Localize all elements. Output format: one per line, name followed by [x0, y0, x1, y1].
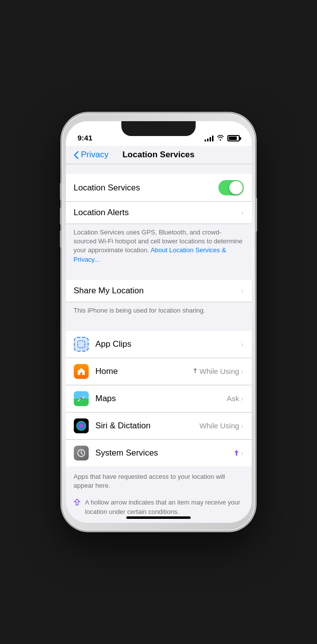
app-clips-row[interactable]: App Clips › [66, 331, 252, 358]
svg-point-3 [80, 398, 82, 400]
battery-icon [227, 135, 240, 141]
system-chevron: › [241, 449, 244, 457]
home-status-text: While Using [200, 367, 239, 375]
siri-label: Siri & Dictation [96, 421, 200, 431]
maps-label: Maps [96, 394, 227, 404]
maps-app-icon [74, 391, 89, 406]
share-location-row[interactable]: Share My Location › [66, 280, 252, 302]
siri-row[interactable]: Siri & Dictation While Using › [66, 413, 252, 440]
chevron-icon: › [241, 209, 244, 217]
maps-chevron: › [241, 395, 244, 403]
chevron-icon-share: › [241, 287, 244, 295]
status-indicators [205, 135, 240, 142]
nav-bar: Privacy Location Services [66, 146, 252, 164]
siri-status-text: While Using [200, 421, 239, 430]
svg-point-5 [76, 421, 86, 431]
apps-note-text: Apps that have requested access to your … [74, 472, 244, 490]
settings-content[interactable]: Location Services Location Alerts › Loca… [66, 164, 252, 515]
maps-status-text: Ask [227, 394, 239, 403]
system-status [234, 450, 239, 456]
phone-screen: 9:41 [66, 121, 252, 523]
location-description: Location Services uses GPS, Bluetooth, a… [66, 224, 252, 270]
home-location-arrow [193, 368, 198, 375]
maps-status: Ask [227, 394, 239, 403]
system-app-icon [74, 446, 89, 460]
section-spacer [66, 164, 252, 174]
toggle-knob [229, 181, 243, 194]
location-services-label: Location Services [74, 183, 218, 193]
app-clips-chevron: › [241, 340, 244, 348]
location-services-toggle-row[interactable]: Location Services [66, 174, 252, 202]
wifi-icon [216, 135, 224, 142]
location-alerts-label: Location Alerts [74, 208, 239, 218]
hollow-arrow-icon [74, 499, 80, 507]
home-row[interactable]: Home While Using › [66, 358, 252, 385]
status-bar: 9:41 [66, 121, 252, 146]
location-services-toggle[interactable] [218, 180, 244, 195]
footer-section: Apps that have requested access to your … [66, 466, 252, 515]
share-location-label: Share My Location [74, 286, 239, 296]
home-bar [126, 516, 191, 519]
section-spacer-2 [66, 270, 252, 280]
siri-status: While Using [200, 421, 239, 430]
share-note-text: This iPhone is being used for location s… [74, 307, 206, 314]
home-label: Home [96, 367, 193, 376]
home-chevron: › [241, 368, 244, 375]
home-status: While Using [193, 367, 239, 375]
system-services-row[interactable]: System Services › [66, 440, 252, 466]
share-note: This iPhone is being used for location s… [66, 302, 252, 321]
back-label: Privacy [81, 150, 108, 160]
svg-rect-0 [78, 341, 85, 348]
phone-frame: 9:41 [62, 113, 255, 531]
system-services-label: System Services [96, 448, 234, 458]
system-purple-arrow-icon [234, 450, 239, 456]
back-button[interactable]: Privacy [74, 150, 108, 160]
app-clips-icon [74, 337, 89, 352]
hollow-arrow-text: A hollow arrow indicates that an item ma… [85, 498, 244, 515]
siri-chevron: › [241, 422, 244, 430]
section-spacer-3 [66, 321, 252, 331]
location-alerts-row[interactable]: Location Alerts › [66, 202, 252, 224]
home-app-icon [74, 364, 89, 379]
siri-app-icon [74, 418, 89, 433]
signal-icon [205, 136, 213, 141]
notch [121, 121, 196, 136]
page-title: Location Services [122, 150, 195, 160]
legend-hollow-item: A hollow arrow indicates that an item ma… [74, 498, 244, 515]
app-clips-label: App Clips [96, 339, 239, 349]
maps-row[interactable]: Maps Ask › [66, 385, 252, 413]
